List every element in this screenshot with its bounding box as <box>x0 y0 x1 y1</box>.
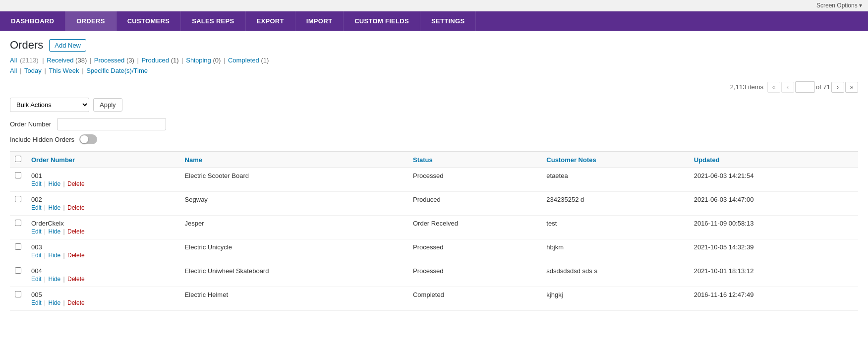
updated-column-header[interactable]: Updated <box>689 152 858 168</box>
delete-link[interactable]: Delete <box>67 228 85 235</box>
row-checkbox-5[interactable] <box>15 291 21 297</box>
row-checkbox-2[interactable] <box>15 220 21 226</box>
prev-page-button[interactable]: ‹ <box>781 82 794 93</box>
row-checkbox-0[interactable] <box>15 172 21 178</box>
name-column-header[interactable]: Name <box>180 152 408 168</box>
customer-notes-cell: test <box>541 216 689 239</box>
orders-table: Order Number Name Status Customer Notes … <box>10 151 858 311</box>
row-checkbox-1[interactable] <box>15 196 21 202</box>
edit-link[interactable]: Edit <box>31 299 42 306</box>
nav-item-settings[interactable]: SETTINGS <box>420 11 476 31</box>
row-actions: Edit | Hide | Delete <box>31 180 175 187</box>
pagination: « ‹ 1 of 71 › » <box>767 81 858 93</box>
hide-link[interactable]: Hide <box>48 180 60 187</box>
date-filter-specific[interactable]: Specific Date(s)/Time <box>86 67 148 74</box>
edit-link[interactable]: Edit <box>31 276 42 283</box>
page-title: Orders <box>10 39 43 52</box>
apply-button[interactable]: Apply <box>93 98 122 112</box>
select-all-checkbox[interactable] <box>15 156 21 162</box>
nav-item-dashboard[interactable]: DASHBOARD <box>0 11 65 31</box>
date-filter-all[interactable]: All <box>10 67 17 74</box>
add-new-button[interactable]: Add New <box>49 39 86 52</box>
hide-link[interactable]: Hide <box>48 252 60 259</box>
order-number-cell: 004 Edit | Hide | Delete <box>26 263 180 287</box>
delete-link[interactable]: Delete <box>67 204 85 211</box>
customer-notes-cell: kjhgkj <box>541 287 689 311</box>
delete-link[interactable]: Delete <box>67 276 85 283</box>
row-actions: Edit | Hide | Delete <box>31 228 175 235</box>
row-actions: Edit | Hide | Delete <box>31 204 175 211</box>
bulk-actions-select[interactable]: Bulk Actions Delete <box>10 98 89 112</box>
row-actions: Edit | Hide | Delete <box>31 299 175 306</box>
hide-link[interactable]: Hide <box>48 276 60 283</box>
page-header: Orders Add New <box>10 39 858 52</box>
main-content: Orders Add New All (2113) | Received (38… <box>0 31 868 348</box>
order-number-value: 002 <box>31 196 42 203</box>
edit-link[interactable]: Edit <box>31 180 42 187</box>
row-checkbox-4[interactable] <box>15 267 21 274</box>
filter-all[interactable]: All <box>10 57 17 64</box>
name-cell: Electric Uniwheel Skateboard <box>180 263 408 287</box>
order-number-cell: 001 Edit | Hide | Delete <box>26 168 180 192</box>
nav-item-import[interactable]: IMPORT <box>295 11 344 31</box>
row-actions: Edit | Hide | Delete <box>31 252 175 259</box>
order-filter-row: Order Number <box>10 118 858 130</box>
filter-produced[interactable]: Produced <box>141 57 169 64</box>
order-number-cell: 003 Edit | Hide | Delete <box>26 239 180 263</box>
table-row: 003 Edit | Hide | Delete Electric Unicyc… <box>10 239 858 263</box>
name-cell: Jesper <box>180 216 408 239</box>
screen-options-bar: Screen Options ▾ <box>0 0 868 11</box>
delete-link[interactable]: Delete <box>67 299 85 306</box>
edit-link[interactable]: Edit <box>31 228 42 235</box>
next-page-button[interactable]: › <box>831 82 844 93</box>
edit-link[interactable]: Edit <box>31 252 42 259</box>
name-cell: Electric Helmet <box>180 287 408 311</box>
screen-options-button[interactable]: Screen Options ▾ <box>814 1 864 10</box>
row-actions: Edit | Hide | Delete <box>31 276 175 283</box>
date-filter-this-week[interactable]: This Week <box>49 67 79 74</box>
table-row: 004 Edit | Hide | Delete Electric Uniwhe… <box>10 263 858 287</box>
bulk-actions-row: Bulk Actions Delete Apply <box>10 98 858 112</box>
order-number-value: OrderCkeix <box>31 220 64 227</box>
table-row: 002 Edit | Hide | Delete SegwayProduced2… <box>10 192 858 216</box>
hide-link[interactable]: Hide <box>48 228 60 235</box>
last-page-button[interactable]: » <box>845 82 858 93</box>
updated-cell: 2021-10-01 18:13:12 <box>689 263 858 287</box>
customer-notes-column-header[interactable]: Customer Notes <box>541 152 689 168</box>
nav-item-customers[interactable]: CUSTOMERS <box>116 11 181 31</box>
status-filters: All (2113) | Received (38) | Processed (… <box>10 57 858 64</box>
date-filter-today[interactable]: Today <box>24 67 42 74</box>
hidden-orders-toggle[interactable] <box>79 134 97 144</box>
select-all-column <box>10 152 26 168</box>
nav-item-sales-reps[interactable]: SALES REPS <box>181 11 245 31</box>
page-number-input[interactable]: 1 <box>795 81 815 93</box>
hide-link[interactable]: Hide <box>48 299 60 306</box>
edit-link[interactable]: Edit <box>31 204 42 211</box>
status-cell: Order Received <box>408 216 541 239</box>
delete-link[interactable]: Delete <box>67 180 85 187</box>
main-nav: DASHBOARDORDERSCUSTOMERSSALES REPSEXPORT… <box>0 11 868 31</box>
row-checkbox-3[interactable] <box>15 243 21 250</box>
filter-shipping[interactable]: Shipping <box>186 57 211 64</box>
name-cell: Segway <box>180 192 408 216</box>
updated-cell: 2016-11-09 00:58:13 <box>689 216 858 239</box>
table-row: OrderCkeix Edit | Hide | Delete JesperOr… <box>10 216 858 239</box>
order-number-column-header[interactable]: Order Number <box>26 152 180 168</box>
status-column-header[interactable]: Status <box>408 152 541 168</box>
nav-item-export[interactable]: EXPORT <box>246 11 295 31</box>
hide-link[interactable]: Hide <box>48 204 60 211</box>
filter-processed[interactable]: Processed <box>94 57 124 64</box>
order-number-label: Order Number <box>10 120 51 128</box>
toggle-knob <box>80 135 88 143</box>
order-number-cell: OrderCkeix Edit | Hide | Delete <box>26 216 180 239</box>
order-number-input[interactable] <box>57 118 166 130</box>
name-cell: Electric Scooter Board <box>180 168 408 192</box>
filter-received[interactable]: Received <box>47 57 73 64</box>
filter-completed[interactable]: Completed <box>228 57 259 64</box>
status-cell: Processed <box>408 168 541 192</box>
nav-item-orders[interactable]: ORDERS <box>65 11 116 31</box>
first-page-button[interactable]: « <box>767 82 780 93</box>
status-cell: Produced <box>408 192 541 216</box>
delete-link[interactable]: Delete <box>67 252 85 259</box>
nav-item-custom-fields[interactable]: CUSTOM FIELDS <box>344 11 420 31</box>
